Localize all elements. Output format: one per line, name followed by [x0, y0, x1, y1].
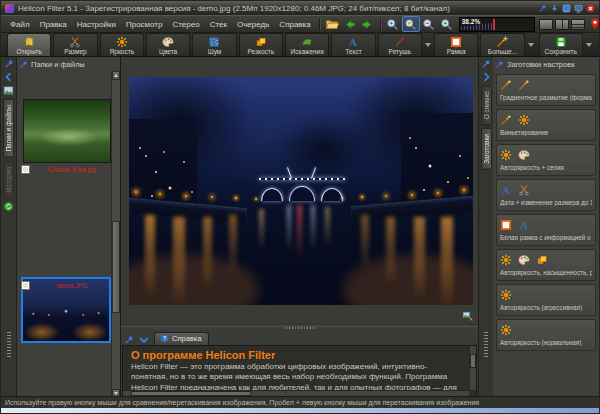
tab-distortion[interactable]: Искажения [285, 33, 329, 56]
canvas-preview-button[interactable] [461, 309, 474, 321]
scrollbar-thumb[interactable] [112, 221, 120, 313]
help-tab[interactable]: ? Справка [154, 332, 209, 345]
save-dropdown-arrow[interactable] [586, 43, 592, 47]
menu-help[interactable]: Справка [274, 18, 315, 31]
magnifier-fit-icon [404, 18, 417, 31]
menu-queue[interactable]: Очередь [232, 18, 274, 31]
left-splitter-grip[interactable] [7, 332, 11, 358]
water-reflection [361, 215, 369, 269]
svg-text:A: A [502, 184, 510, 195]
zoom-in-button[interactable] [384, 16, 402, 32]
tab-text[interactable]: AТекст [331, 33, 375, 56]
tab-noise[interactable]: Шум [192, 33, 236, 56]
preset-autobrightness-sepia[interactable]: Авторяркость + сепия [496, 144, 596, 176]
zoom-actual-button[interactable] [438, 16, 456, 32]
preset-vignette[interactable]: Виньетирование [496, 109, 596, 141]
collapse-down-icon[interactable] [139, 335, 149, 345]
menu-bar: Файл Правка Настройки Просмотр Стерео Ст… [1, 15, 599, 33]
menu-settings[interactable]: Настройки [72, 18, 121, 31]
more-dropdown-arrow[interactable] [528, 43, 534, 47]
image-panel-icon[interactable] [3, 85, 14, 96]
preset-autobrightness-normal[interactable]: Авторяркость (нормальная) [496, 319, 596, 351]
water-reflection [287, 205, 291, 251]
maximize-icon[interactable] [562, 4, 571, 13]
sun-icon [500, 289, 512, 301]
layout-single-button[interactable] [539, 19, 553, 30]
tab-colors[interactable]: Цвета [146, 33, 190, 56]
pin-panel-icon[interactable] [4, 59, 14, 69]
menu-file[interactable]: Файл [5, 18, 35, 31]
sun-icon [116, 35, 128, 48]
vtab-history[interactable]: История [3, 161, 14, 198]
file-name[interactable]: Croatia, Krka.jpg [36, 166, 108, 173]
tab-open[interactable]: Открыть [7, 33, 51, 56]
help-splitter[interactable] [121, 325, 478, 330]
tab-size[interactable]: Размер [53, 33, 97, 56]
help-vertical-scrollbar[interactable] [469, 346, 476, 390]
collapse-left-icon[interactable] [4, 72, 14, 82]
app-icon [5, 4, 14, 13]
right-tab-strip: О снимке Заготовки [478, 57, 493, 398]
text-icon: A [347, 35, 359, 48]
file-checkbox[interactable] [21, 165, 30, 174]
menu-stereo[interactable]: Стерео [167, 18, 204, 31]
open-icon [23, 35, 35, 48]
pin-icon[interactable] [495, 60, 504, 69]
tab-save[interactable]: Сохранить [539, 33, 583, 56]
tab-frame[interactable]: Рамка [434, 33, 478, 56]
tab-retouch[interactable]: Ретушь [378, 33, 422, 56]
files-scrollbar[interactable] [111, 71, 120, 398]
scroll-up-button[interactable] [112, 71, 120, 80]
pin-help-icon[interactable] [124, 335, 134, 345]
refresh-icon[interactable] [3, 201, 14, 212]
image-canvas[interactable] [121, 57, 478, 325]
pin-icon[interactable] [19, 60, 28, 69]
window-bottom-edge [1, 408, 599, 413]
zoom-out-button[interactable] [420, 16, 438, 32]
palette-icon [518, 254, 530, 266]
marker-button[interactable] [586, 16, 600, 32]
file-checkbox[interactable] [21, 281, 30, 290]
menu-view[interactable]: Просмотр [121, 18, 168, 31]
help-icon: ? [160, 334, 169, 343]
zoom-fit-button[interactable] [402, 16, 420, 32]
preset-white-frame-info[interactable]: A Белая рамка с информацией о сним [496, 214, 596, 246]
tab-sharpen[interactable]: Резкость [239, 33, 283, 56]
open-folder-button[interactable] [323, 16, 341, 32]
preset-date-resize[interactable]: A Дата + изменение размера до 1024 [496, 179, 596, 211]
forward-button[interactable] [359, 16, 377, 32]
menu-edit[interactable]: Правка [35, 18, 72, 31]
file-row-demo: demo.JPG [21, 281, 108, 290]
retouch-dropdown-arrow[interactable] [425, 43, 431, 47]
thumbnail-croatia[interactable] [23, 99, 111, 163]
vtab-about-image[interactable]: О снимке [481, 85, 492, 125]
vtab-folders-files[interactable]: Папки и файлы [3, 99, 14, 158]
zoom-slider[interactable]: 38.2% [459, 17, 535, 32]
pin-panel-icon[interactable] [481, 59, 491, 69]
sun-icon [500, 324, 512, 336]
filter-tab-bar: Открыть Размер Яркость Цвета Шум Резкост… [1, 33, 599, 57]
presets-panel: Заготовки настроек Градиентное размытие … [493, 57, 599, 398]
menu-stack[interactable]: Стек [205, 18, 232, 31]
pin-window-icon[interactable] [538, 4, 547, 13]
right-splitter-grip[interactable] [484, 332, 488, 358]
vtab-presets[interactable]: Заготовки [481, 128, 492, 170]
preset-autobrightness-aggressive[interactable]: Авторяркость (агрессивная) [496, 284, 596, 316]
file-name[interactable]: demo.JPG [36, 282, 108, 289]
magnifier-plus-icon [386, 18, 399, 31]
layout-split-button[interactable] [571, 19, 585, 30]
preset-brightness-saturation-sharpness[interactable]: Авторяркость, насыщенность, резкос [496, 249, 596, 281]
zoom-value: 38.2% [462, 18, 480, 25]
tab-more[interactable]: Больше... [480, 33, 524, 56]
minimize-icon[interactable] [550, 4, 559, 13]
monitor-icon[interactable] [574, 4, 583, 13]
collapse-right-icon[interactable] [481, 72, 491, 82]
layout-dual-button[interactable] [555, 19, 569, 30]
back-button[interactable] [341, 16, 359, 32]
folders-files-panel: Папки и файлы Croatia, Krka.jpg demo.JPG [17, 57, 121, 398]
preset-gradient-blur[interactable]: Градиентное размытие (форма серд [496, 74, 596, 106]
tab-brightness[interactable]: Яркость [100, 33, 144, 56]
water-glow [129, 255, 259, 305]
svg-text:A: A [350, 36, 358, 47]
close-icon[interactable] [586, 4, 595, 13]
